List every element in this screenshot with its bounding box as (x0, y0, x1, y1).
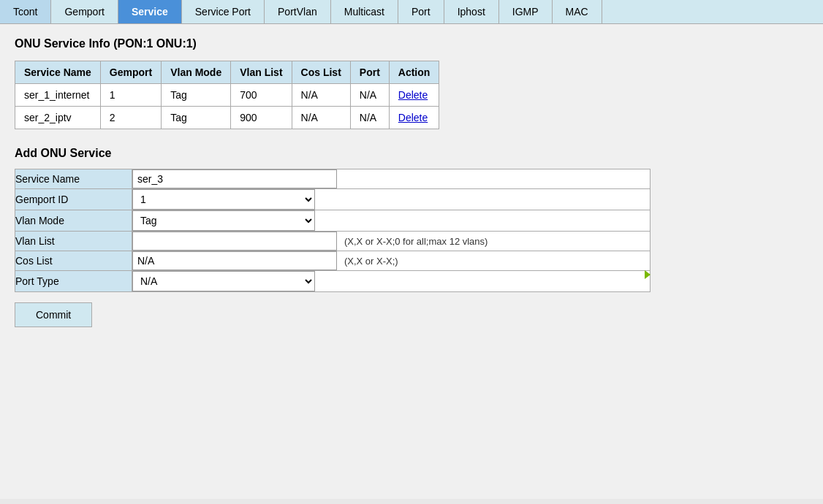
col-header-vlan-list: Vlan List (231, 61, 292, 84)
add-section-title: Add ONU Service (15, 147, 808, 160)
delete-link-1[interactable]: Delete (398, 112, 428, 123)
cell-vlan-list-0: 700 (231, 84, 292, 107)
gemport-id-field-cell: 1 2 3 4 (132, 189, 651, 210)
cell-gemport-1: 2 (100, 107, 161, 129)
tab-gemport[interactable]: Gemport (51, 0, 118, 23)
cell-cos-list-0: N/A (292, 84, 350, 107)
port-type-select[interactable]: N/A ETH POTS (132, 271, 315, 291)
tab-service[interactable]: Service (118, 0, 182, 23)
form-row-gemport-id: Gemport ID 1 2 3 4 (15, 189, 651, 210)
tab-tcont[interactable]: Tcont (0, 0, 51, 23)
cell-port-0: N/A (350, 84, 389, 107)
cell-vlan-mode-1: Tag (162, 107, 231, 129)
col-header-gemport: Gemport (100, 61, 161, 84)
service-name-input[interactable] (132, 169, 337, 188)
vlan-list-hint: (X,X or X-X;0 for all;max 12 vlans) (344, 236, 488, 247)
form-row-service-name: Service Name (15, 169, 651, 189)
col-header-service-name: Service Name (15, 61, 101, 84)
add-service-form: Service Name Gemport ID 1 2 3 4 Vlan Mo (15, 169, 651, 292)
delete-link-0[interactable]: Delete (398, 89, 428, 101)
vlan-mode-label: Vlan Mode (15, 210, 132, 232)
col-header-vlan-mode: Vlan Mode (162, 61, 231, 84)
port-type-field-cell: N/A ETH POTS (132, 271, 651, 292)
cell-port-1: N/A (350, 107, 389, 129)
form-row-vlan-list: Vlan List (X,X or X-X;0 for all;max 12 v… (15, 232, 651, 251)
content-area: ONU Service Info (PON:1 ONU:1) Service N… (0, 24, 823, 499)
service-table: Service Name Gemport Vlan Mode Vlan List… (15, 61, 439, 129)
tab-service-port[interactable]: Service Port (182, 0, 265, 23)
cell-service-name-0: ser_1_internet (15, 84, 101, 107)
service-name-field-cell (132, 169, 651, 189)
vlan-list-field-cell: (X,X or X-X;0 for all;max 12 vlans) (132, 232, 651, 251)
gemport-id-select[interactable]: 1 2 3 4 (132, 189, 315, 210)
form-row-vlan-mode: Vlan Mode Tag Transparent Translation (15, 210, 651, 232)
col-header-action: Action (389, 61, 439, 84)
cell-service-name-1: ser_2_iptv (15, 107, 101, 129)
cell-action-1[interactable]: Delete (389, 107, 439, 129)
gemport-id-label: Gemport ID (15, 189, 132, 210)
tab-igmp[interactable]: IGMP (499, 0, 553, 23)
cell-gemport-0: 1 (100, 84, 161, 107)
table-row: ser_2_iptv 2 Tag 900 N/A N/A Delete (15, 107, 439, 129)
commit-button[interactable]: Commit (15, 302, 92, 327)
col-header-port: Port (350, 61, 389, 84)
tab-iphost[interactable]: Iphost (444, 0, 499, 23)
tab-multicast[interactable]: Multicast (331, 0, 398, 23)
tab-bar: Tcont Gemport Service Service Port PortV… (0, 0, 823, 24)
tab-mac[interactable]: MAC (553, 0, 602, 23)
cell-vlan-mode-0: Tag (162, 84, 231, 107)
vlan-mode-select[interactable]: Tag Transparent Translation (132, 210, 315, 231)
form-row-port-type: Port Type N/A ETH POTS (15, 271, 651, 292)
cell-cos-list-1: N/A (292, 107, 350, 129)
col-header-cos-list: Cos List (292, 61, 350, 84)
cos-list-label: Cos List (15, 251, 132, 271)
section-info-title: ONU Service Info (PON:1 ONU:1) (15, 37, 808, 50)
form-row-cos-list: Cos List (X,X or X-X;) (15, 251, 651, 271)
cell-vlan-list-1: 900 (231, 107, 292, 129)
tab-portvlan[interactable]: PortVlan (265, 0, 331, 23)
port-type-label: Port Type (15, 271, 132, 292)
cell-action-0[interactable]: Delete (389, 84, 439, 107)
cos-list-input[interactable] (132, 251, 337, 270)
service-name-label: Service Name (15, 169, 132, 189)
vlan-list-label: Vlan List (15, 232, 132, 251)
table-row: ser_1_internet 1 Tag 700 N/A N/A Delete (15, 84, 439, 107)
tab-port[interactable]: Port (398, 0, 444, 23)
vlan-list-input[interactable] (132, 232, 337, 251)
vlan-mode-field-cell: Tag Transparent Translation (132, 210, 651, 232)
cos-list-hint: (X,X or X-X;) (344, 256, 398, 267)
cos-list-field-cell: (X,X or X-X;) (132, 251, 651, 271)
